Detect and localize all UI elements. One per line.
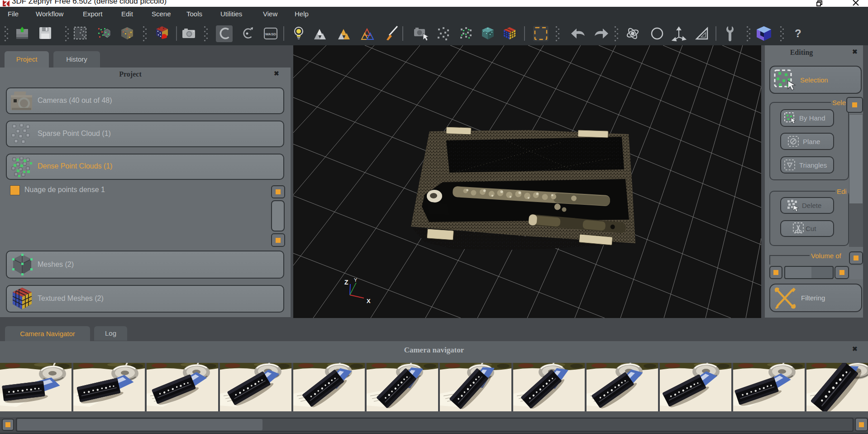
svg-text:Z: Z	[344, 279, 348, 286]
svg-text:X: X	[367, 298, 371, 304]
svg-text:?: ?	[795, 27, 801, 39]
svg-text:WASD: WASD	[265, 32, 276, 36]
svg-text:Y: Y	[354, 277, 358, 283]
